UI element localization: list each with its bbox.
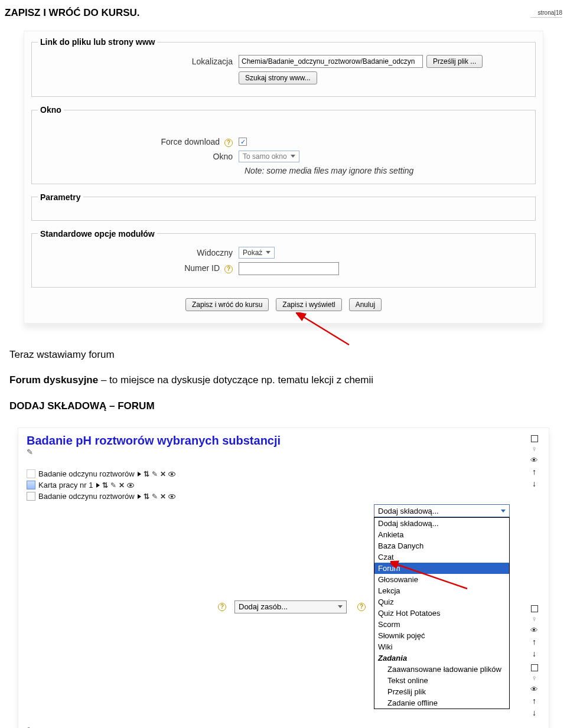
dd-item[interactable]: Czat: [374, 551, 509, 563]
legend-parametry: Parametry: [38, 192, 83, 202]
label-force-download: Force download ?: [38, 137, 239, 147]
section-controls-3: ♀ 👁 ↑ ↓: [530, 664, 538, 717]
arrow-right-icon[interactable]: [138, 472, 141, 476]
dd-item[interactable]: Scorm: [374, 619, 509, 630]
help-icon[interactable]: ?: [357, 603, 366, 611]
legend-std-options: Standardowe opcje modułów: [38, 229, 157, 239]
dd-item-header[interactable]: Dodaj składową...: [374, 518, 509, 529]
dd-item[interactable]: Ankieta: [374, 529, 509, 540]
fieldset-parametry: Parametry: [31, 192, 536, 221]
resource-label: Karta pracy nr 1: [38, 481, 93, 489]
resource-row-3[interactable]: Badanie odczynu roztworów ⇅ ✎ ✕: [27, 492, 540, 501]
page-title: ZAPISZ I WRÓĆ DO KURSU.: [5, 7, 140, 19]
arrow-right-icon[interactable]: [138, 494, 141, 499]
bulb-icon[interactable]: ♀: [532, 445, 537, 453]
dd-group-header: Zadania: [374, 652, 509, 664]
fieldset-link: Link do pliku lub strony www Lokalizacja…: [31, 37, 536, 97]
label-numer-id: Numer ID ?: [38, 263, 239, 273]
dd-subitem[interactable]: Prześlij plik: [374, 686, 509, 697]
eye-icon[interactable]: [168, 494, 175, 499]
arrow-up-icon[interactable]: ↑: [532, 637, 536, 647]
move-icon[interactable]: ⇅: [144, 492, 149, 501]
eye-icon[interactable]: [168, 472, 175, 476]
dd-item[interactable]: Słownik pojęć: [374, 630, 509, 641]
dd-item[interactable]: Lekcja: [374, 585, 509, 596]
dd-item[interactable]: Głosowanie: [374, 574, 509, 585]
upload-file-button[interactable]: Prześlij plik ...: [426, 55, 483, 68]
okno-select[interactable]: To samo okno: [239, 151, 299, 162]
add-resource-select-1[interactable]: Dodaj zasób...: [234, 600, 347, 613]
section-title: Badanie pH roztworów wybranych substancj…: [27, 434, 540, 448]
dd-subitem[interactable]: Zaawansowane ładowanie plików: [374, 664, 509, 675]
save-show-button[interactable]: Zapisz i wyświetl: [276, 298, 341, 311]
resource-row-1[interactable]: Badanie odczynu roztworów ⇅ ✎ ✕: [27, 469, 540, 478]
action-icons: ⇅ ✎ ✕: [138, 470, 175, 478]
eye-icon[interactable]: 👁: [530, 685, 538, 694]
chevron-down-icon: [501, 510, 506, 512]
eye-icon[interactable]: [127, 483, 134, 488]
save-return-button[interactable]: Zapisz i wróć do kursu: [185, 298, 269, 311]
edit-icon[interactable]: ✎: [152, 492, 158, 501]
numer-id-input[interactable]: [239, 262, 339, 275]
legend-okno: Okno: [38, 105, 64, 115]
dd-item[interactable]: Quiz Hot Potatoes: [374, 608, 509, 619]
resource-label: Badanie odczynu roztworów: [38, 492, 135, 501]
annotation-arrow-icon: [296, 312, 355, 348]
widoczny-select[interactable]: Pokaż: [239, 247, 275, 259]
resource-label: Badanie odczynu roztworów: [38, 469, 135, 478]
label-okno-select: Okno: [38, 152, 239, 161]
moodle-form-screenshot: Link do pliku lub strony www Lokalizacja…: [24, 31, 543, 324]
arrow-up-icon[interactable]: ↑: [532, 467, 536, 476]
edit-pencil-icon[interactable]: ✎: [27, 448, 540, 456]
svg-line-0: [302, 316, 349, 345]
eye-icon[interactable]: 👁: [530, 626, 538, 635]
bulb-icon[interactable]: ♀: [532, 674, 537, 683]
arrow-down-icon[interactable]: ↓: [532, 649, 536, 658]
moodle-course-screenshot: Badanie pH roztworów wybranych substancj…: [18, 427, 549, 728]
eye-icon[interactable]: 👁: [530, 456, 538, 465]
force-download-checkbox[interactable]: ✓: [239, 138, 247, 146]
add-component-select[interactable]: Dodaj składową...: [374, 504, 510, 517]
arrow-right-icon[interactable]: [96, 483, 100, 488]
fieldset-std-options: Standardowe opcje modułów Widoczny Pokaż…: [31, 229, 536, 288]
dd-item[interactable]: Quiz: [374, 596, 509, 608]
dd-subitem[interactable]: Zadanie offline: [374, 697, 509, 709]
lokalizacja-input[interactable]: [239, 55, 423, 68]
edit-pencil-icon[interactable]: ✎: [27, 726, 540, 728]
help-icon[interactable]: ?: [224, 265, 233, 273]
arrow-up-icon[interactable]: ↑: [532, 696, 536, 706]
media-file-icon: [27, 492, 35, 501]
arrow-down-icon[interactable]: ↓: [532, 708, 536, 717]
okno-note: Note: some media files may ignore this s…: [245, 166, 529, 175]
chevron-down-icon: [291, 155, 295, 158]
dd-item[interactable]: Baza Danych: [374, 540, 509, 551]
dd-item-forum[interactable]: Forum: [374, 563, 509, 574]
resource-row-2[interactable]: Karta pracy nr 1 ⇅ ✎ ✕: [27, 481, 540, 489]
cancel-button[interactable]: Anuluj: [349, 298, 382, 311]
bulb-icon[interactable]: ♀: [532, 615, 537, 623]
chevron-down-icon: [266, 251, 271, 254]
delete-icon[interactable]: ✕: [160, 492, 166, 501]
delete-icon[interactable]: ✕: [119, 481, 125, 489]
checkbox-icon[interactable]: [531, 605, 538, 612]
dd-item[interactable]: Wiki: [374, 641, 509, 652]
checkbox-icon[interactable]: [531, 435, 538, 442]
section-controls-2: ♀ 👁 ↑ ↓: [530, 605, 538, 658]
arrow-down-icon[interactable]: ↓: [532, 479, 536, 488]
body-line-3: DODAJ SKŁADOWĄ – FORUM: [9, 399, 558, 414]
help-icon[interactable]: ?: [218, 603, 226, 611]
edit-icon[interactable]: ✎: [152, 470, 158, 478]
label-lokalizacja: Lokalizacja: [38, 57, 239, 66]
help-icon[interactable]: ?: [224, 139, 233, 147]
move-icon[interactable]: ⇅: [102, 481, 108, 489]
checkbox-icon[interactable]: [531, 664, 538, 671]
search-www-button[interactable]: Szukaj strony www...: [239, 71, 317, 84]
move-icon[interactable]: ⇅: [144, 470, 149, 478]
page-number: strona|18: [530, 9, 562, 18]
delete-icon[interactable]: ✕: [160, 470, 166, 478]
submit-row: Zapisz i wróć do kursu Zapisz i wyświetl…: [31, 298, 536, 311]
dd-subitem[interactable]: Tekst online: [374, 675, 509, 686]
body-line-1: Teraz wstawiamy forum: [9, 347, 558, 363]
word-file-icon: [27, 481, 35, 489]
edit-icon[interactable]: ✎: [110, 481, 116, 489]
